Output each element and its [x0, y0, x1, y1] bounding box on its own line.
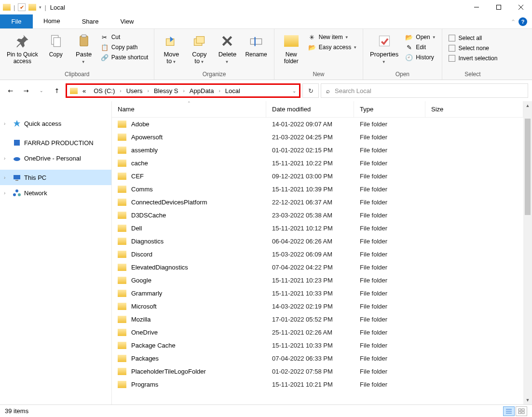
- open-button[interactable]: 📂Open ▼: [402, 33, 438, 41]
- qat-checkbox-icon[interactable]: ✔: [18, 3, 26, 11]
- file-row[interactable]: PlaceholderTileLogoFolder 01-02-2022 07:…: [112, 365, 523, 378]
- tree-item[interactable]: › OneDrive - Personal: [0, 150, 111, 166]
- svg-rect-5: [54, 38, 60, 47]
- folder-icon: [118, 121, 126, 128]
- copy-to-button[interactable]: Copy to ▼: [185, 31, 213, 67]
- scroll-up-icon[interactable]: ▲: [523, 101, 532, 110]
- cut-button[interactable]: ✂Cut: [98, 33, 151, 41]
- breadcrumb-item[interactable]: Blessy S: [151, 86, 181, 95]
- file-row[interactable]: Microsoft 14-03-2022 02:19 PM File folde…: [112, 300, 523, 313]
- file-row[interactable]: Adobe 14-01-2022 09:07 AM File folder: [112, 118, 523, 131]
- column-type[interactable]: Type: [354, 101, 425, 117]
- breadcrumb-item[interactable]: Local: [222, 86, 243, 95]
- collapse-ribbon-icon[interactable]: ⌵: [512, 19, 515, 24]
- path-icon: 📋: [101, 43, 109, 51]
- move-to-button[interactable]: Move to ▼: [157, 31, 185, 67]
- edit-button[interactable]: ✎Edit: [402, 43, 438, 52]
- help-icon[interactable]: ?: [518, 17, 527, 26]
- column-name[interactable]: ⌃Name: [112, 101, 266, 117]
- folder-icon: [118, 277, 126, 284]
- file-row[interactable]: ElevatedDiagnostics 07-04-2022 04:22 PM …: [112, 261, 523, 274]
- paste-button[interactable]: Paste▼: [70, 31, 98, 67]
- file-row[interactable]: Grammarly 15-11-2021 10:33 PM File folde…: [112, 287, 523, 300]
- search-box[interactable]: ⌕ Search Local: [321, 83, 528, 98]
- new-folder-button[interactable]: New folder: [277, 31, 305, 67]
- view-tab[interactable]: View: [109, 14, 145, 28]
- minimize-button[interactable]: [465, 0, 488, 14]
- file-row[interactable]: Discord 15-03-2022 06:09 AM File folder: [112, 248, 523, 261]
- organize-group-label: Organize: [157, 71, 271, 79]
- close-button[interactable]: [510, 0, 532, 14]
- breadcrumb-item[interactable]: AppData: [187, 86, 217, 95]
- file-row[interactable]: CEF 09-12-2021 03:00 PM File folder: [112, 170, 523, 183]
- file-name: Diagnostics: [131, 238, 164, 245]
- expand-icon[interactable]: ›: [4, 121, 10, 126]
- file-row[interactable]: Packages 07-04-2022 06:33 PM File folder: [112, 352, 523, 365]
- rename-button[interactable]: Rename: [241, 31, 271, 60]
- address-bar[interactable]: « OS (C:)›Users›Blessy S›AppData›Local ⌄: [66, 83, 300, 98]
- folder-icon: [118, 238, 126, 245]
- new-item-button[interactable]: ✳New item ▼: [305, 33, 360, 41]
- file-row[interactable]: OneDrive 25-11-2021 02:26 AM File folder: [112, 326, 523, 339]
- svg-point-17: [14, 157, 20, 161]
- delete-icon: [219, 33, 235, 49]
- copy-path-button[interactable]: 📋Copy path: [98, 43, 151, 52]
- easy-access-button[interactable]: 📂Easy access ▼: [305, 43, 360, 52]
- pin-quick-access-button[interactable]: Pin to Quick access: [3, 31, 42, 67]
- history-button[interactable]: 🕘History: [402, 53, 438, 62]
- column-size[interactable]: Size: [425, 101, 523, 117]
- breadcrumb-item[interactable]: OS (C:): [91, 86, 118, 95]
- qat-dropdown-icon[interactable]: ▾: [39, 5, 41, 10]
- file-row[interactable]: assembly 01-01-2022 02:15 PM File folder: [112, 144, 523, 157]
- delete-button[interactable]: Delete▼: [213, 31, 241, 67]
- invert-selection-button[interactable]: Invert selection: [445, 54, 501, 63]
- vertical-scrollbar[interactable]: ▲ ▼: [523, 101, 532, 404]
- scroll-thumb[interactable]: [525, 119, 531, 215]
- file-row[interactable]: Programs 15-11-2021 10:21 PM File folder: [112, 378, 523, 391]
- file-row[interactable]: Dell 15-11-2021 10:12 PM File folder: [112, 222, 523, 235]
- breadcrumb-item[interactable]: Users: [123, 86, 146, 95]
- back-button[interactable]: ←: [4, 84, 17, 97]
- file-row[interactable]: Mozilla 17-01-2022 05:52 PM File folder: [112, 313, 523, 326]
- recent-locations-button[interactable]: ⌄: [35, 84, 48, 97]
- tree-item[interactable]: › Network: [0, 185, 111, 201]
- address-dropdown-icon[interactable]: ⌄: [292, 88, 296, 94]
- forward-button[interactable]: →: [19, 84, 33, 97]
- file-row[interactable]: Apowersoft 21-03-2022 04:25 PM File fold…: [112, 131, 523, 144]
- expand-icon[interactable]: ›: [4, 175, 10, 180]
- file-row[interactable]: cache 15-11-2021 10:22 PM File folder: [112, 157, 523, 170]
- file-row[interactable]: Diagnostics 06-04-2022 06:26 AM File fol…: [112, 235, 523, 248]
- select-group-label: Select: [445, 71, 501, 79]
- breadcrumb-prefix[interactable]: «: [80, 86, 89, 95]
- tree-item[interactable]: › This PC: [0, 170, 111, 185]
- column-date[interactable]: Date modified: [266, 101, 354, 117]
- paste-shortcut-button[interactable]: 🔗Paste shortcut: [98, 53, 151, 62]
- file-row[interactable]: Google 15-11-2021 10:23 PM File folder: [112, 274, 523, 287]
- maximize-button[interactable]: [488, 0, 510, 14]
- select-none-button[interactable]: Select none: [445, 44, 501, 53]
- copy-button[interactable]: Copy: [42, 31, 70, 60]
- file-row[interactable]: Comms 15-11-2021 10:39 PM File folder: [112, 183, 523, 196]
- refresh-button[interactable]: ↻: [302, 83, 319, 98]
- file-tab[interactable]: File: [0, 14, 33, 28]
- file-row[interactable]: ConnectedDevicesPlatform 22-12-2021 06:3…: [112, 196, 523, 209]
- select-all-button[interactable]: Select all: [445, 34, 501, 42]
- tree-item[interactable]: FARRAD PRODUCTION: [0, 135, 111, 150]
- share-tab[interactable]: Share: [71, 14, 110, 28]
- file-type: File folder: [354, 316, 425, 323]
- home-tab[interactable]: Home: [33, 14, 71, 28]
- expand-icon[interactable]: ›: [4, 190, 10, 196]
- file-row[interactable]: D3DSCache 23-03-2022 05:38 AM File folde…: [112, 209, 523, 222]
- thumbnails-view-button[interactable]: [516, 406, 527, 416]
- details-view-button[interactable]: [503, 406, 515, 416]
- properties-button[interactable]: Properties▼: [366, 31, 402, 67]
- content-area: › Quick access FARRAD PRODUCTION› OneDri…: [0, 101, 532, 404]
- file-date: 15-03-2022 06:09 AM: [266, 251, 354, 258]
- tree-item[interactable]: › Quick access: [0, 116, 111, 131]
- svg-rect-19: [15, 180, 18, 181]
- scroll-down-icon[interactable]: ▼: [523, 396, 532, 404]
- ribbon: Pin to Quick access Copy Paste▼ ✂Cut 📋Co…: [0, 29, 532, 80]
- expand-icon[interactable]: ›: [4, 156, 10, 161]
- file-row[interactable]: Package Cache 15-11-2021 10:33 PM File f…: [112, 339, 523, 352]
- up-button[interactable]: ↑: [50, 84, 64, 97]
